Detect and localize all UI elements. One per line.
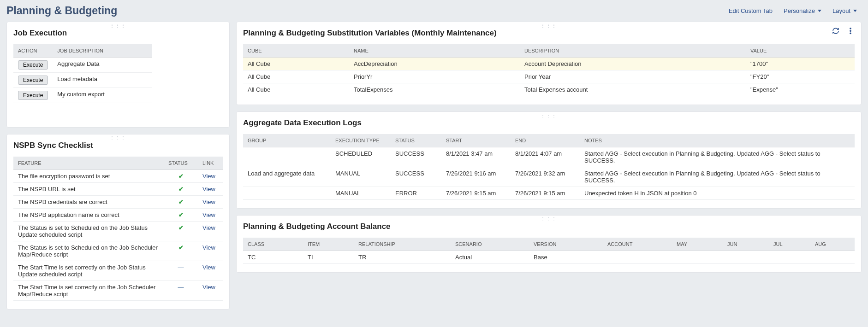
table-row: The Status is set to Scheduled on the Jo…: [13, 241, 223, 261]
status-cell: ERROR: [391, 187, 441, 200]
layout-dropdown[interactable]: Layout: [832, 7, 857, 14]
table-row[interactable]: All CubeAccDepreciationAccount Depreciat…: [243, 58, 855, 70]
name-cell: AccDepreciation: [349, 58, 520, 70]
table-row[interactable]: All CubePriorYrPrior Year"FY20": [243, 70, 855, 83]
col-jul: JUL: [769, 238, 810, 251]
job-execution-table: ACTION JOB DESCRIPTION ExecuteAggregate …: [13, 44, 152, 103]
drag-handle-icon[interactable]: ⋮⋮⋮: [110, 135, 126, 140]
col-relationship: RELATIONSHIP: [354, 238, 451, 251]
col-value: VALUE: [746, 44, 855, 58]
type-cell: MANUAL: [331, 167, 391, 187]
header-bar: Planning & Budgeting Edit Custom Tab Per…: [6, 3, 862, 22]
checklist-card: ⋮⋮⋮ NSPB Sync Checklist FEATURE STATUS L…: [6, 134, 230, 309]
status-cell: ✔: [164, 209, 198, 222]
status-cell: ✔: [164, 183, 198, 196]
col-account: ACCOUNT: [603, 238, 672, 251]
drag-handle-icon[interactable]: ⋮⋮⋮: [110, 23, 126, 28]
view-link[interactable]: View: [202, 264, 215, 271]
check-icon: ✔: [178, 186, 184, 193]
cube-cell: All Cube: [243, 83, 349, 96]
group-cell: [243, 147, 331, 167]
desc-cell: Account Depreciation: [520, 58, 746, 70]
feature-text: The NSPB URL is set: [13, 183, 164, 196]
col-notes: NOTES: [580, 134, 855, 147]
check-icon: ✔: [178, 211, 184, 218]
execute-button[interactable]: Execute: [18, 91, 48, 100]
col-status: STATUS: [164, 157, 198, 170]
col-end: END: [511, 134, 580, 147]
page-title: Planning & Budgeting: [6, 5, 117, 17]
group-cell: [243, 187, 331, 200]
substitution-table: CUBE NAME DESCRIPTION VALUE All CubeAccD…: [243, 44, 855, 96]
group-cell: Load and aggregate data: [243, 167, 331, 187]
acct-cell: [603, 251, 672, 264]
table-row[interactable]: TCTITRActualBase: [243, 251, 855, 264]
rel-cell: TR: [354, 251, 451, 264]
view-link[interactable]: View: [202, 199, 215, 205]
aug-cell: [810, 251, 855, 264]
execute-button[interactable]: Execute: [18, 60, 48, 70]
type-cell: MANUAL: [331, 187, 391, 200]
balance-title: Planning & Budgeting Account Balance: [243, 222, 855, 231]
jul-cell: [769, 251, 810, 264]
view-link[interactable]: View: [202, 173, 215, 180]
feature-text: The Status is set to Scheduled on the Jo…: [13, 241, 164, 261]
personalize-dropdown[interactable]: Personalize: [784, 7, 821, 14]
svg-point-1: [850, 30, 851, 31]
status-cell: ✔: [164, 241, 198, 261]
drag-handle-icon[interactable]: ⋮⋮⋮: [541, 113, 557, 118]
type-cell: SCHEDULED: [331, 147, 391, 167]
col-job-description: JOB DESCRIPTION: [53, 44, 152, 58]
item-cell: TI: [303, 251, 354, 264]
view-link[interactable]: View: [202, 244, 215, 251]
col-group: GROUP: [243, 134, 331, 147]
jun-cell: [723, 251, 769, 264]
view-link[interactable]: View: [202, 186, 215, 193]
col-link: LINK: [198, 157, 223, 170]
personalize-label: Personalize: [784, 7, 815, 14]
view-link[interactable]: View: [202, 224, 215, 231]
col-aug: AUG: [810, 238, 855, 251]
start-cell: 7/26/2021 9:15 am: [441, 187, 511, 200]
notes-cell: Started AGG - Select execution in Planni…: [580, 147, 855, 167]
cube-cell: All Cube: [243, 70, 349, 83]
job-description: Load metadata: [53, 73, 152, 88]
dash-icon: —: [178, 264, 184, 271]
more-vertical-icon[interactable]: [846, 27, 855, 35]
substitution-title: Planning & Budgeting Substitution Variab…: [243, 29, 855, 38]
drag-handle-icon[interactable]: ⋮⋮⋮: [541, 23, 557, 28]
table-row[interactable]: All CubeTotalExpensesTotal Expenses acco…: [243, 83, 855, 96]
balance-table: CLASS ITEM RELATIONSHIP SCENARIO VERSION…: [243, 238, 855, 264]
view-link[interactable]: View: [202, 211, 215, 218]
col-class: CLASS: [243, 238, 303, 251]
table-row[interactable]: SCHEDULEDSUCCESS8/1/2021 3:47 am8/1/2021…: [243, 147, 855, 167]
table-row: ExecuteAggregate Data: [13, 58, 152, 73]
col-status: STATUS: [391, 134, 441, 147]
table-row[interactable]: MANUALERROR7/26/2021 9:15 am7/26/2021 9:…: [243, 187, 855, 200]
check-icon: ✔: [178, 244, 184, 251]
dash-icon: —: [178, 284, 184, 291]
status-cell: ✔: [164, 222, 198, 241]
value-cell: "1700": [746, 58, 855, 70]
view-link[interactable]: View: [202, 284, 215, 291]
balance-card: ⋮⋮⋮ Planning & Budgeting Account Balance…: [236, 215, 862, 273]
status-cell: SUCCESS: [391, 167, 441, 187]
status-cell: ✔: [164, 196, 198, 209]
drag-handle-icon[interactable]: ⋮⋮⋮: [541, 216, 557, 222]
table-row: The Start Time is set correctly on the J…: [13, 281, 223, 301]
end-cell: 7/26/2021 9:32 am: [511, 167, 580, 187]
checklist-table: FEATURE STATUS LINK The file encryption …: [13, 157, 223, 301]
refresh-icon[interactable]: [832, 27, 840, 35]
job-description: Aggregate Data: [53, 58, 152, 73]
edit-custom-tab-link[interactable]: Edit Custom Tab: [729, 7, 773, 14]
table-row[interactable]: Load and aggregate dataMANUALSUCCESS7/26…: [243, 167, 855, 187]
logs-title: Aggregate Data Execution Logs: [243, 118, 855, 128]
feature-text: The Start Time is set correctly on the J…: [13, 281, 164, 301]
may-cell: [672, 251, 723, 264]
table-row: The Status is set to Scheduled on the Jo…: [13, 222, 223, 241]
job-description: My custom export: [53, 88, 152, 103]
col-item: ITEM: [303, 238, 354, 251]
job-execution-card: ⋮⋮⋮ Job Execution ACTION JOB DESCRIPTION…: [6, 22, 230, 128]
execute-button[interactable]: Execute: [18, 76, 48, 85]
start-cell: 7/26/2021 9:16 am: [441, 167, 511, 187]
